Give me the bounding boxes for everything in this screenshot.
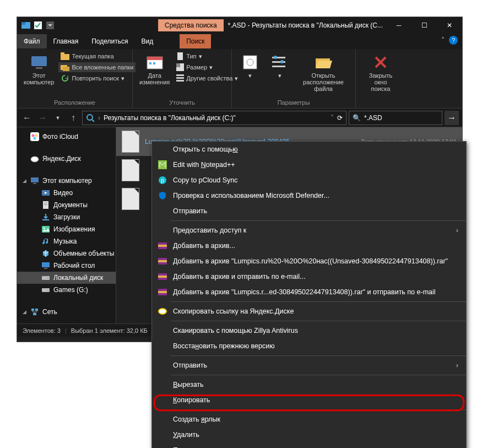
window-title: *.ASD - Результаты поиска в "Локальный д… [228,21,383,29]
chevron-down-icon[interactable]: ˅ [331,114,334,122]
sidebar-item[interactable]: Локальный диск [17,272,116,284]
all-subfolders-button[interactable]: Все вложенные папки [58,62,136,72]
sidebar-item-label: Фото iCloud [42,133,78,141]
svg-rect-44 [44,268,47,269]
type-button[interactable]: Тип ▾ [174,51,240,61]
calendar-icon [147,55,163,70]
winrar-icon [158,288,167,296]
open-file-location-button[interactable]: Открыть расположение файла [299,51,348,94]
expand-icon[interactable]: ◢ [23,178,26,183]
search-go-button[interactable]: → [445,111,459,125]
svg-rect-38 [44,203,47,203]
ctx-add-archive-named[interactable]: Добавить в архив "Lumpics.ru%20-%20O%20н… [152,253,466,269]
sidebar-item[interactable]: Видео [17,187,116,199]
sidebar-item[interactable]: ◢Этот компьютер [17,175,116,187]
help-icon[interactable]: ? [449,36,458,45]
ctx-edit-notepadpp[interactable]: Edit with Notepad++ [152,157,466,172]
ctx-send-share[interactable]: Отправить [152,203,466,219]
ctx-rename[interactable]: Переименовать [152,442,466,448]
sidebar-item[interactable]: Яндекс.Диск [17,153,116,165]
group-refine-label: Уточнить [137,97,227,106]
recent-dropdown[interactable]: ▼ [51,111,64,125]
ctx-yadisk-link[interactable]: Скопировать ссылку на Яндекс.Диске [152,304,466,319]
ctx-create-shortcut[interactable]: Создать ярлык [152,412,466,427]
svg-rect-5 [36,67,42,69]
date-modified-button[interactable]: Дата изменения [137,51,172,88]
ctx-open-with[interactable]: Открыть с помощью [152,142,466,157]
sidebar-item-label: Локальный диск [53,274,103,282]
repeat-search-button[interactable]: Повторить поиск ▾ [58,73,136,83]
minimize-button[interactable]: ─ [386,17,411,34]
expand-icon[interactable]: ◢ [23,309,26,315]
svg-rect-17 [176,74,184,76]
svg-point-32 [34,137,36,140]
svg-rect-60 [158,276,167,278]
sidebar-item-label: Документы [53,201,88,209]
menubar: Файл Главная Поделиться Вид Поиск ˄ ? [17,34,462,49]
ctx-delete[interactable]: Удалить [152,427,466,442]
view-tab[interactable]: Вид [134,34,160,48]
sidebar-item-label: Games (G:) [53,286,88,294]
share-tab[interactable]: Поделиться [85,34,134,48]
file-icon [122,188,139,210]
sidebar-item[interactable]: Объемные объекты [17,247,116,260]
other-properties-button[interactable]: Другие свойства ▾ [174,73,240,83]
sidebar-item[interactable]: ◢Сеть [17,306,116,318]
current-folder-button[interactable]: Текущая папка [58,51,136,61]
refresh-icon [61,74,69,82]
search-box[interactable]: 🔍 ✕ [349,111,442,125]
sidebar-item[interactable]: Фото iCloud [17,131,116,143]
ctx-archive-email[interactable]: Добавить в архив и отправить по e-mail..… [152,269,466,284]
advanced-options-button[interactable]: ▾ [269,51,291,82]
svg-rect-13 [153,62,155,64]
ctx-grant-access[interactable]: Предоставить доступ к› [152,223,466,238]
this-pc-button[interactable]: Этот компьютер [21,51,56,88]
folders-icon [61,63,69,71]
size-button[interactable]: Размер ▾ [174,62,240,72]
sidebar-item-label: Этот компьютер [42,177,92,185]
back-button[interactable]: ← [20,111,34,125]
svg-rect-1 [21,22,25,25]
sidebar-item[interactable]: Games (G:) [17,284,116,296]
ctx-send-to[interactable]: Отправить› [152,358,466,373]
shield-icon [158,191,167,200]
drive-icon [41,273,50,282]
ribbon-toggle-icon[interactable]: ˄ [441,36,445,44]
svg-text:p: p [161,177,164,183]
ctx-defender[interactable]: Проверка с использованием Microsoft Defe… [152,188,466,203]
file-menu[interactable]: Файл [17,34,47,48]
ctx-archive-email-named[interactable]: Добавить в архив "Lumpics.r...ed-3084950… [152,284,466,300]
search-input[interactable] [364,114,447,122]
sidebar-item[interactable]: Документы [17,199,116,211]
maximize-button[interactable]: ☐ [411,17,437,34]
ctx-pcloud[interactable]: pCopy to pCloud Sync [152,172,466,188]
search-tab[interactable]: Поиск [180,34,211,48]
refresh-icon[interactable]: ⟳ [337,114,343,122]
close-button[interactable]: ✕ [437,17,462,34]
ctx-add-archive[interactable]: Добавить в архив... [152,238,466,253]
svg-rect-16 [176,63,180,67]
sidebar-item[interactable]: Рабочий стол [17,260,116,272]
type-icon [176,52,184,60]
close-search-button[interactable]: Закрыть окно поиска [362,51,399,94]
home-tab[interactable]: Главная [47,34,85,48]
sidebar-item[interactable]: Музыка [17,235,116,247]
address-bar[interactable]: › Результаты поиска в "Локальный диск (C… [82,111,346,125]
dropdown-icon[interactable] [46,21,55,30]
ctx-zillya-scan[interactable]: Сканировать с помощью Zillya Antivirus [152,323,466,338]
ctx-cut[interactable]: Вырезать [152,377,466,392]
recent-searches-button[interactable]: ▾ [239,51,261,82]
sidebar-item[interactable]: Загрузки [17,211,116,223]
music-icon [41,237,50,246]
context-menu: Открыть с помощью Edit with Notepad++ pC… [151,141,467,448]
svg-rect-7 [61,52,64,55]
forward-button[interactable]: → [36,111,49,125]
ctx-restore-previous[interactable]: Восстановить прежнюю версию [152,338,466,354]
folder-icon [61,52,69,60]
svg-rect-45 [42,276,50,280]
svg-point-30 [32,134,35,137]
ctx-copy[interactable]: Копировать [152,392,466,408]
up-button[interactable]: ↑ [67,111,80,125]
svg-rect-18 [176,77,184,79]
sidebar-item[interactable]: Изображения [17,223,116,235]
